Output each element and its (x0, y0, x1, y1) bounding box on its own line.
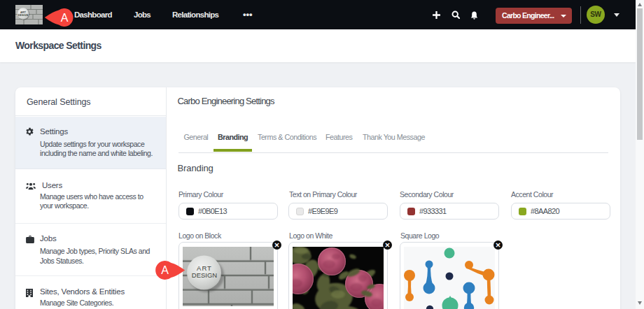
svg-text:A: A (161, 264, 169, 276)
svg-text:DESIGN: DESIGN (192, 271, 218, 279)
svg-text:A: A (61, 11, 69, 23)
svg-text:DESIGN: DESIGN (18, 14, 29, 17)
svg-text:ART: ART (20, 11, 26, 14)
svg-text:ART: ART (197, 264, 212, 272)
